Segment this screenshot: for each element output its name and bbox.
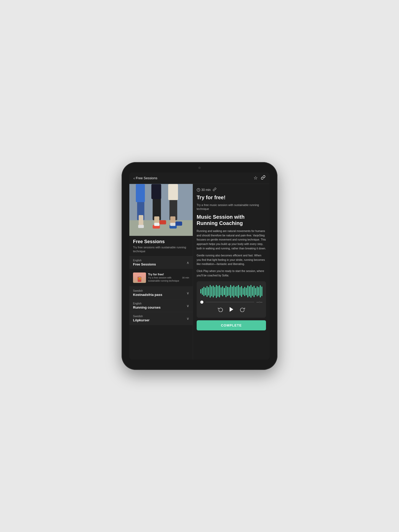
waveform-bar xyxy=(217,286,218,297)
complete-button[interactable]: COMPLETE xyxy=(197,320,266,330)
accordion-title: Löpkurser xyxy=(133,318,150,322)
right-panel: 30 min Try for free! Try a free music se… xyxy=(193,184,270,360)
tablet-device: ‹ Free Sessions ☆ xyxy=(122,162,277,370)
waveform-bar xyxy=(211,286,212,296)
accordion-title: Kostnadsfria pass xyxy=(133,293,162,297)
back-arrow-icon: ‹ xyxy=(134,176,135,180)
session-desc: Try a free session with sustainable runn… xyxy=(148,276,180,282)
accordion-lang: English xyxy=(133,259,156,262)
waveform-bar xyxy=(230,285,231,298)
forward-button[interactable] xyxy=(240,307,245,313)
content-area: Free Sessions Try free sessions with sus… xyxy=(129,184,270,360)
waveform-bar xyxy=(236,286,237,297)
waveform-bar xyxy=(221,287,222,295)
content-link-icon[interactable] xyxy=(213,188,216,192)
waveform-bar xyxy=(200,289,201,294)
hero-image xyxy=(129,184,193,236)
waveform-bar xyxy=(219,285,220,297)
waveform-bar xyxy=(243,288,244,295)
waveform-bar xyxy=(244,287,245,296)
svg-rect-15 xyxy=(136,184,145,202)
audio-player: —:— xyxy=(197,281,266,318)
waveform-bar xyxy=(214,287,215,296)
lock-icon: 🔒 xyxy=(137,276,142,280)
svg-rect-13 xyxy=(154,223,159,226)
session-duration: 30 min xyxy=(182,276,189,279)
rewind-button[interactable] xyxy=(218,307,223,313)
progress-dot[interactable] xyxy=(200,301,203,304)
nav-icons: ☆ xyxy=(254,175,265,181)
waveform xyxy=(200,285,262,298)
camera xyxy=(198,167,201,169)
accordion-header-english-free[interactable]: English Free Sessions ∧ xyxy=(129,256,193,269)
waveform-bar xyxy=(241,286,242,297)
tablet-screen: ‹ Free Sessions ☆ xyxy=(129,172,270,360)
svg-rect-12 xyxy=(175,222,182,226)
back-button[interactable]: ‹ Free Sessions xyxy=(134,176,157,180)
waveform-bar xyxy=(210,285,211,298)
waveform-bar xyxy=(203,287,204,296)
svg-marker-21 xyxy=(230,307,233,312)
waveform-bar xyxy=(260,285,261,297)
progress-row: —:— xyxy=(200,301,262,304)
accordion-title: Running courses xyxy=(133,305,161,309)
player-controls xyxy=(200,306,262,314)
meta-row: 30 min xyxy=(197,188,266,192)
waveform-bar xyxy=(254,286,255,297)
waveform-bar xyxy=(213,285,214,297)
main-content-title: Music Session with Running Coaching xyxy=(197,214,266,226)
session-card[interactable]: 🔒 Try for free! Try a free session with … xyxy=(133,271,189,284)
accordion-item-swedish-free: Swedish Kostnadsfria pass ∨ xyxy=(129,287,193,300)
left-panel: Free Sessions Try free sessions with sus… xyxy=(129,184,193,360)
svg-rect-8 xyxy=(159,220,166,224)
waveform-bar xyxy=(250,285,251,298)
play-button[interactable] xyxy=(228,306,235,314)
session-thumbnail: 🔒 xyxy=(133,272,146,283)
waveform-bar xyxy=(216,285,217,298)
waveform-bar xyxy=(247,285,248,297)
description-1: Running and walking are natural movement… xyxy=(197,229,266,251)
waveform-bar xyxy=(224,288,225,295)
section-title-area: Free Sessions Try free sessions with sus… xyxy=(129,236,193,256)
share-link-icon[interactable] xyxy=(261,175,265,181)
waveform-bar xyxy=(252,287,253,296)
progress-track[interactable] xyxy=(205,302,254,302)
chevron-icon: ∨ xyxy=(187,291,189,295)
description-2: Gentle running also becomes efficient an… xyxy=(197,253,266,266)
accordion-item-english-running: English Running courses ∨ xyxy=(129,300,193,312)
chevron-icon: ∧ xyxy=(187,261,189,265)
star-icon[interactable]: ☆ xyxy=(254,175,258,181)
svg-rect-17 xyxy=(168,184,178,200)
waveform-bar xyxy=(205,288,206,295)
waveform-bar xyxy=(222,286,223,296)
progress-time: —:— xyxy=(256,301,262,303)
accordion-lang: Swedish xyxy=(133,289,162,292)
waveform-bar xyxy=(246,288,247,295)
try-free-subtitle: Try a free music session with sustainabl… xyxy=(197,203,266,211)
left-section-subtitle: Try free sessions with sustainable runni… xyxy=(133,245,189,254)
accordion-header-swedish-running[interactable]: Swedish Löpkurser ∨ xyxy=(129,312,193,325)
waveform-bar xyxy=(235,287,236,296)
waveform-bar xyxy=(238,285,239,298)
svg-rect-4 xyxy=(138,225,144,228)
waveform-bar xyxy=(258,287,259,296)
waveform-bar xyxy=(207,286,208,297)
session-name: Try for free! xyxy=(148,273,180,276)
accordion-item-swedish-running: Swedish Löpkurser ∨ xyxy=(129,312,193,325)
back-label: Free Sessions xyxy=(136,176,157,180)
description-3: Click Play when you're ready to start th… xyxy=(197,269,266,278)
waveform-bar xyxy=(208,287,209,296)
waveform-bar xyxy=(232,287,233,296)
waveform-bar xyxy=(202,288,203,295)
waveform-bar xyxy=(249,286,250,296)
svg-rect-16 xyxy=(151,184,161,199)
duration-badge: 30 min xyxy=(197,188,211,192)
waveform-bar xyxy=(257,286,258,296)
waveform-bar xyxy=(227,287,228,296)
accordion-container: English Free Sessions ∧ 🔒 xyxy=(129,256,193,325)
accordion-content-english-free: 🔒 Try for free! Try a free session with … xyxy=(129,269,193,287)
chevron-icon: ∨ xyxy=(187,304,189,308)
accordion-header-swedish-free[interactable]: Swedish Kostnadsfria pass ∨ xyxy=(129,287,193,299)
waveform-bar xyxy=(255,288,256,295)
accordion-header-english-running[interactable]: English Running courses ∨ xyxy=(129,300,193,312)
